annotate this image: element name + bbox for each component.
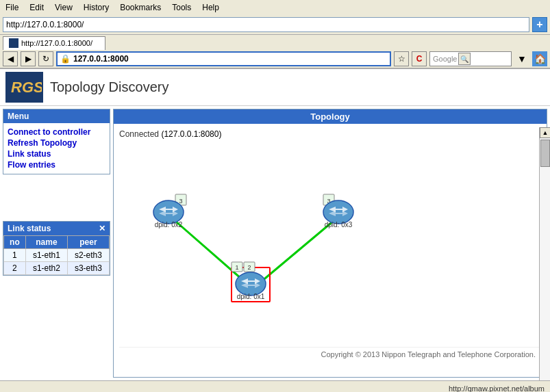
- page-footer: Copyright © 2013 Nippon Telegraph and Te…: [119, 347, 541, 361]
- page-title: Topology Discovery: [50, 79, 168, 95]
- port-s2-label: 3: [179, 198, 182, 205]
- scroll-track: [540, 138, 550, 380]
- scroll-up-button[interactable]: ▲: [540, 127, 550, 138]
- sidebar: Menu Connect to controller Refresh Topol…: [0, 106, 113, 380]
- connected-label: Connected: [119, 129, 159, 139]
- footer-text: Copyright © 2013 Nippon Telegraph and Te…: [321, 350, 536, 358]
- router-s3-label: dpid: 0x3: [325, 221, 353, 228]
- svg-text:RGS: RGS: [11, 79, 42, 96]
- router-s2-label: dpid: 0x2: [155, 221, 183, 228]
- browser-toolbar: http://127.0.0.1:8000/ +: [0, 15, 550, 35]
- menu-bookmarks[interactable]: Bookmarks: [117, 1, 164, 14]
- menu-tools[interactable]: Tools: [169, 1, 194, 14]
- table-row: 1s1-eth1s2-eth3: [4, 249, 110, 262]
- menu-help[interactable]: Help: [199, 1, 222, 14]
- menu-title: Menu: [3, 109, 110, 123]
- topology-content: Connected (127.0.0.1:8080): [114, 124, 547, 377]
- router-s3: 3 dpid: 0x3: [323, 194, 353, 228]
- topology-svg: 3 dpid: 0x2: [119, 142, 541, 347]
- link-status-box: Link status ✕ no name peer 1s1-eth1s2: [3, 221, 110, 276]
- link-status-title: Link status: [8, 224, 51, 233]
- table-cell-peer: s3-eth3: [67, 262, 109, 275]
- search-button[interactable]: 🔍: [458, 53, 471, 65]
- table-cell-name: s1-eth1: [25, 249, 67, 262]
- search-bar[interactable]: Google 🔍: [429, 51, 512, 66]
- menu-box: Menu Connect to controller Refresh Topol…: [3, 109, 110, 174]
- col-no: no: [4, 236, 26, 249]
- tab-title: http://127.0.0.1:8000/: [21, 39, 92, 47]
- address-text: http://127.0.0.1:8000/: [6, 20, 526, 29]
- download-button[interactable]: ▼: [514, 51, 529, 66]
- flow-entries-link[interactable]: Flow entries: [8, 160, 105, 170]
- table-cell-name: s1-eth2: [25, 262, 67, 275]
- tab-favicon: [9, 38, 18, 48]
- menu-file[interactable]: File: [3, 1, 21, 14]
- router-s1: 1 2 dpid: 0x1: [232, 262, 270, 302]
- topology-panel: Topology Connected (127.0.0.1:8080): [113, 109, 547, 378]
- url-pre: 127.0.0.1:: [73, 54, 110, 64]
- topology-title: Topology: [114, 109, 547, 124]
- link-table: no name peer 1s1-eth1s2-eth32s1-eth2s3-e…: [3, 235, 110, 275]
- table-row: 2s1-eth2s3-eth3: [4, 262, 110, 275]
- bookmark-icon[interactable]: C: [412, 51, 427, 66]
- tab-bar: http://127.0.0.1:8000/: [0, 35, 550, 50]
- connect-to-controller-link[interactable]: Connect to controller: [8, 127, 105, 137]
- scroll-thumb[interactable]: [540, 140, 550, 167]
- topology-diagram: 3 dpid: 0x2: [119, 142, 541, 347]
- port-s1-1-label: 1: [235, 264, 238, 271]
- scrollbar: ▲ ▼: [539, 127, 550, 380]
- link-status-link[interactable]: Link status: [8, 149, 105, 159]
- connected-value: (127.0.0.1:8080): [161, 129, 221, 139]
- router-s2: 3 dpid: 0x2: [153, 194, 186, 228]
- browser-tab[interactable]: http://127.0.0.1:8000/: [3, 36, 105, 50]
- status-text: http://qmaw.pixnet.net/album: [449, 384, 545, 393]
- nav-bar: ◀ ▶ ↻ 🔒 127.0.0.1: 8000 ☆ C Google 🔍 ▼ 🏠: [0, 50, 550, 68]
- back-button[interactable]: ◀: [3, 51, 18, 66]
- link-status-close[interactable]: ✕: [99, 224, 105, 233]
- address-bar[interactable]: http://127.0.0.1:8000/: [3, 17, 529, 32]
- col-peer: peer: [67, 236, 109, 249]
- menu-edit[interactable]: Edit: [27, 1, 47, 14]
- refresh-topology-link[interactable]: Refresh Topology: [8, 138, 105, 148]
- menu-items: Connect to controller Refresh Topology L…: [3, 123, 110, 174]
- table-cell-no: 1: [4, 249, 26, 262]
- url-bar[interactable]: 🔒 127.0.0.1: 8000: [56, 51, 391, 66]
- link-status-title-bar: Link status ✕: [3, 222, 110, 235]
- menu-history[interactable]: History: [81, 1, 112, 14]
- table-cell-no: 2: [4, 262, 26, 275]
- connected-status: Connected (127.0.0.1:8080): [119, 129, 541, 139]
- home-button[interactable]: 🏠: [532, 51, 547, 66]
- menu-view[interactable]: View: [52, 1, 75, 14]
- logo-text: RGS: [8, 72, 42, 103]
- logo: RGS: [5, 72, 43, 103]
- table-cell-peer: s2-eth3: [67, 249, 109, 262]
- reload-button[interactable]: ↻: [38, 51, 53, 66]
- google-label: Google: [433, 55, 457, 63]
- status-bar: http://qmaw.pixnet.net/album: [0, 380, 550, 392]
- menu-bar: File Edit View History Bookmarks Tools H…: [0, 0, 550, 15]
- url-post: 8000: [110, 54, 129, 64]
- port-s1-2-label: 2: [247, 264, 251, 271]
- col-name: name: [25, 236, 67, 249]
- new-tab-button[interactable]: +: [532, 17, 547, 32]
- bookmark-star[interactable]: ☆: [394, 51, 409, 66]
- page-header: RGS Topology Discovery: [0, 69, 550, 106]
- url-icon: 🔒: [60, 54, 71, 64]
- router-s1-label: dpid: 0x1: [237, 293, 265, 300]
- forward-button[interactable]: ▶: [21, 51, 36, 66]
